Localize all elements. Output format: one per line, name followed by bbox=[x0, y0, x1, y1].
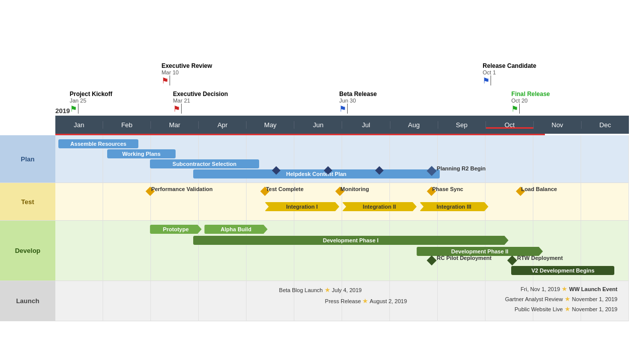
row-plan-content: Assemble Resources Working Plans Subcont… bbox=[55, 135, 629, 183]
bar-integration-i: Integration I bbox=[265, 202, 339, 211]
milestone-project-kickoff: Project Kickoff Jan 25 ⚑ bbox=[70, 90, 113, 114]
event-public-website: Public Website Live ★ November 1, 2019 bbox=[515, 305, 617, 313]
label-rc-pilot: RC Pilot Deployment bbox=[437, 255, 492, 261]
milestone-exec-decision: Executive Decision Mar 21 ⚑ bbox=[173, 90, 228, 114]
row-test-content: Performance Validation Test Complete Mon… bbox=[55, 183, 629, 220]
month-oct: Oct bbox=[486, 121, 534, 129]
month-jan: Jan bbox=[55, 121, 103, 129]
row-test-label: Test bbox=[0, 183, 55, 220]
label-test-complete: Test Complete bbox=[266, 186, 303, 192]
bar-alpha-build: Alpha Build bbox=[204, 225, 267, 234]
bar-prototype: Prototype bbox=[150, 225, 202, 234]
bar-helpdesk-content-plan: Helpdesk Content Plan bbox=[193, 169, 440, 178]
event-ww-launch: Fri, Nov 1, 2019 ★ WW Launch Event bbox=[521, 285, 617, 293]
gantt-area: Plan Assemble Resources Working Plans Su… bbox=[0, 135, 629, 321]
row-launch-content: Beta Blog Launch ★ July 4, 2019 Press Re… bbox=[55, 281, 629, 321]
row-develop: Develop Prototype Alpha Build Developmen… bbox=[0, 221, 629, 281]
label-monitoring: Monitoring bbox=[341, 186, 369, 192]
month-nov: Nov bbox=[534, 121, 582, 129]
event-gartner: Gartner Analyst Review ★ November 1, 201… bbox=[505, 295, 618, 303]
year-label: 2019 bbox=[55, 107, 70, 115]
row-launch-label: Launch bbox=[0, 281, 55, 321]
bar-integration-ii: Integration II bbox=[342, 202, 417, 211]
label-perf-validation: Performance Validation bbox=[151, 186, 212, 192]
event-press-release: Press Release ★ August 2, 2019 bbox=[325, 297, 407, 305]
timeline-header: Jan Feb Mar Apr May Jun Jul Aug Sep Oct … bbox=[55, 116, 629, 134]
row-plan-label: Plan bbox=[0, 135, 55, 183]
row-develop-label: Develop bbox=[0, 221, 55, 281]
month-apr: Apr bbox=[199, 121, 247, 129]
bar-assemble-resources: Assemble Resources bbox=[58, 139, 139, 148]
month-dec: Dec bbox=[582, 121, 629, 129]
milestones-area: 2019 Project Kickoff Jan 25 ⚑ Executive … bbox=[55, 10, 629, 116]
diamond-rtw bbox=[507, 255, 517, 265]
bar-dev-phase-i: Development Phase I bbox=[193, 236, 509, 245]
label-load-balance: Load Balance bbox=[521, 186, 557, 192]
milestone-beta-release: Beta Release Jun 30 ⚑ bbox=[339, 90, 377, 114]
month-jun: Jun bbox=[294, 121, 342, 129]
month-aug: Aug bbox=[390, 121, 438, 129]
gantt-chart: 2019 Project Kickoff Jan 25 ⚑ Executive … bbox=[0, 0, 644, 362]
row-test: Test Performance Validation Test Complet… bbox=[0, 183, 629, 221]
bar-v2-dev: V2 Development Begins bbox=[511, 266, 614, 275]
row-develop-content: Prototype Alpha Build Development Phase … bbox=[55, 221, 629, 281]
month-mar: Mar bbox=[151, 121, 199, 129]
event-beta-blog: Beta Blog Launch ★ July 4, 2019 bbox=[279, 286, 362, 294]
label-phase-sync: Phase Sync bbox=[432, 186, 463, 192]
row-launch: Launch Beta Blog Launch ★ July 4, 2019 P… bbox=[0, 281, 629, 321]
row-plan: Plan Assemble Resources Working Plans Su… bbox=[0, 135, 629, 183]
diamond-rc-pilot bbox=[427, 255, 437, 265]
month-feb: Feb bbox=[103, 121, 151, 129]
month-sep: Sep bbox=[438, 121, 486, 129]
milestone-final-release: Final Release Oct 20 ⚑ bbox=[511, 90, 550, 114]
month-may: May bbox=[247, 121, 294, 129]
month-jul: Jul bbox=[342, 121, 390, 129]
bar-subcontractor-selection: Subcontractor Selection bbox=[150, 159, 259, 168]
milestone-release-candidate: Release Candidate Oct 1 ⚑ bbox=[482, 62, 536, 85]
label-planning-r2: Planning R2 Begin bbox=[437, 165, 486, 171]
bar-working-plans: Working Plans bbox=[107, 149, 176, 158]
milestone-exec-review: Executive Review Mar 10 ⚑ bbox=[162, 62, 212, 85]
bar-integration-iii: Integration III bbox=[420, 202, 489, 211]
label-rtw: RTW Deployment bbox=[517, 255, 563, 261]
